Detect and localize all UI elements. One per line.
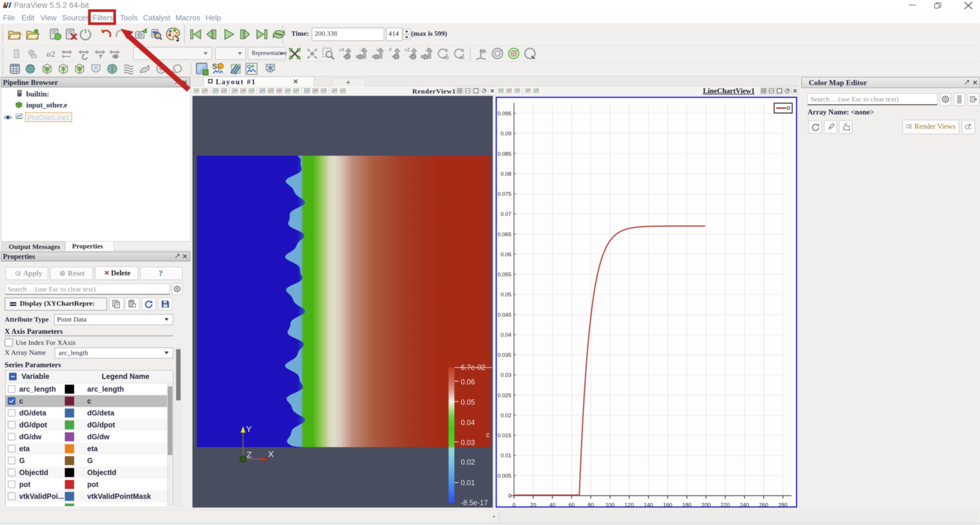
svg-text:0.025: 0.025	[497, 392, 511, 398]
svg-text:120: 120	[625, 502, 634, 508]
svg-text:0: 0	[508, 493, 511, 499]
svg-text:+Y: +Y	[376, 48, 382, 52]
svg-text:+Z: +Z	[404, 48, 410, 52]
svg-text:260: 260	[759, 502, 768, 508]
svg-text:0.02: 0.02	[501, 412, 511, 419]
svg-text:-90: -90	[458, 56, 464, 60]
svg-text:160: 160	[663, 502, 673, 508]
svg-text:140: 140	[644, 502, 653, 508]
svg-text:0.06: 0.06	[501, 251, 511, 257]
svg-text:0.09: 0.09	[501, 130, 511, 136]
svg-text:80: 80	[588, 502, 594, 508]
svg-text:-Y: -Y	[388, 48, 392, 52]
svg-text:0.005: 0.005	[497, 473, 511, 479]
svg-text:0.05: 0.05	[501, 292, 511, 298]
svg-text:0.075: 0.075	[497, 191, 511, 197]
svg-text:200: 200	[702, 502, 711, 508]
svg-text:280: 280	[778, 502, 788, 508]
svg-text:+90: +90	[442, 56, 449, 60]
svg-text:0.035: 0.035	[497, 352, 511, 358]
svg-text:0.03: 0.03	[501, 372, 511, 378]
svg-text:100: 100	[605, 502, 614, 508]
svg-text:220: 220	[721, 502, 730, 508]
svg-text:180: 180	[682, 502, 692, 508]
svg-text:0.085: 0.085	[497, 151, 511, 157]
svg-text:Y: Y	[246, 424, 252, 434]
svg-text:0.04: 0.04	[501, 332, 511, 338]
svg-text:0.055: 0.055	[497, 271, 511, 278]
svg-text:0.08: 0.08	[501, 171, 511, 177]
svg-text:+X: +X	[339, 48, 345, 52]
svg-text:Z: Z	[247, 450, 252, 459]
svg-text:40: 40	[549, 502, 555, 508]
svg-text:240: 240	[740, 502, 749, 508]
svg-text:0.015: 0.015	[497, 432, 511, 438]
svg-text:-Z: -Z	[425, 48, 429, 52]
svg-text:0.045: 0.045	[497, 312, 511, 318]
svg-text:0.095: 0.095	[497, 110, 511, 116]
svg-text:-X: -X	[360, 48, 364, 52]
svg-text:Q: Q	[247, 63, 251, 70]
svg-text:X: X	[268, 449, 274, 459]
svg-text:0.07: 0.07	[501, 211, 511, 217]
svg-text:0: 0	[512, 502, 516, 508]
svg-text:20: 20	[530, 502, 536, 508]
svg-text:0.065: 0.065	[497, 231, 511, 237]
svg-text:60: 60	[569, 502, 575, 508]
svg-text:0.01: 0.01	[501, 452, 511, 458]
